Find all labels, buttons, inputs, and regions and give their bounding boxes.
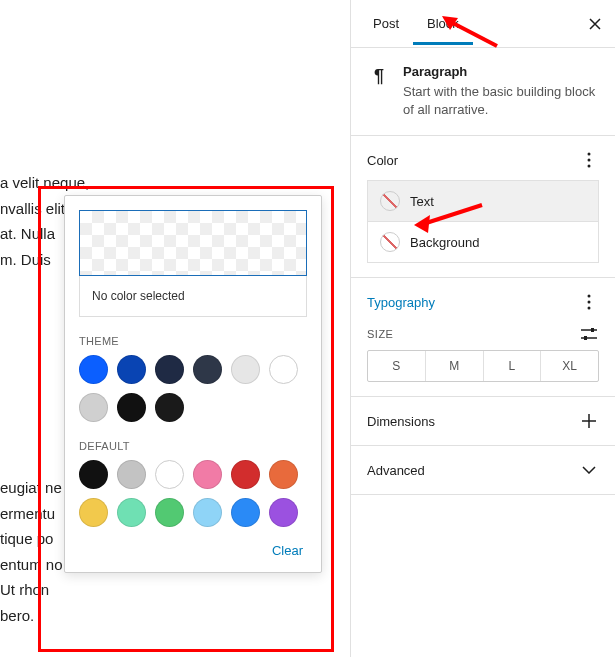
- size-l[interactable]: L: [483, 351, 541, 381]
- svg-point-4: [588, 301, 591, 304]
- svg-point-5: [588, 307, 591, 310]
- color-popover: No color selected THEME DEFAULT Clear: [64, 195, 322, 573]
- sidebar-tabs: Post Block: [351, 0, 615, 48]
- color-swatch[interactable]: [155, 393, 184, 422]
- size-m[interactable]: M: [425, 351, 483, 381]
- color-swatch[interactable]: [79, 393, 108, 422]
- svg-rect-7: [584, 336, 587, 340]
- clear-button[interactable]: Clear: [79, 543, 307, 558]
- default-swatches: [79, 460, 307, 527]
- color-item-background[interactable]: Background: [368, 222, 598, 262]
- color-preview-transparent[interactable]: [79, 210, 307, 276]
- theme-swatches: [79, 355, 307, 422]
- color-swatch[interactable]: [193, 498, 222, 527]
- paragraph-icon: ¶: [367, 64, 391, 88]
- color-swatch[interactable]: [231, 460, 260, 489]
- color-swatch[interactable]: [193, 355, 222, 384]
- close-icon[interactable]: [583, 12, 607, 36]
- color-item-text-label: Text: [410, 194, 434, 209]
- panel-typography-title[interactable]: Typography: [367, 295, 435, 310]
- color-item-background-label: Background: [410, 235, 479, 250]
- panel-color: Color Text Background: [351, 136, 615, 278]
- sliders-icon[interactable]: [579, 324, 599, 344]
- plus-icon[interactable]: [579, 411, 599, 431]
- size-options: S M L XL: [367, 350, 599, 382]
- panel-typography: Typography SIZE S M L XL: [351, 278, 615, 397]
- no-color-label: No color selected: [79, 276, 307, 317]
- size-s[interactable]: S: [368, 351, 425, 381]
- size-label: SIZE: [367, 328, 393, 340]
- block-card: ¶ Paragraph Start with the basic buildin…: [351, 48, 615, 136]
- svg-point-1: [588, 159, 591, 162]
- color-swatch[interactable]: [79, 460, 108, 489]
- panel-advanced[interactable]: Advanced: [351, 446, 615, 495]
- more-vertical-icon[interactable]: [579, 292, 599, 312]
- more-vertical-icon[interactable]: [579, 150, 599, 170]
- annotation-box: No color selected THEME DEFAULT Clear: [38, 186, 334, 652]
- svg-point-2: [588, 165, 591, 168]
- svg-point-0: [588, 153, 591, 156]
- color-swatch[interactable]: [231, 498, 260, 527]
- block-description: Start with the basic building block of a…: [403, 83, 599, 119]
- empty-swatch-icon: [380, 191, 400, 211]
- inspector-sidebar: Post Block ¶ Paragraph Start with the ba…: [350, 0, 615, 657]
- color-swatch[interactable]: [117, 498, 146, 527]
- color-swatch[interactable]: [155, 498, 184, 527]
- color-swatch[interactable]: [269, 460, 298, 489]
- default-group-label: DEFAULT: [79, 440, 307, 452]
- theme-group-label: THEME: [79, 335, 307, 347]
- empty-swatch-icon: [380, 232, 400, 252]
- panel-color-title[interactable]: Color: [367, 153, 398, 168]
- panel-dimensions-title: Dimensions: [367, 414, 435, 429]
- color-swatch[interactable]: [117, 355, 146, 384]
- color-swatch[interactable]: [155, 355, 184, 384]
- color-swatch[interactable]: [79, 355, 108, 384]
- tab-block[interactable]: Block: [413, 2, 473, 45]
- panel-dimensions[interactable]: Dimensions: [351, 397, 615, 446]
- color-swatch[interactable]: [79, 498, 108, 527]
- color-swatch[interactable]: [193, 460, 222, 489]
- svg-point-3: [588, 295, 591, 298]
- tab-post[interactable]: Post: [359, 2, 413, 45]
- color-swatch[interactable]: [231, 355, 260, 384]
- color-swatch[interactable]: [269, 498, 298, 527]
- color-swatch[interactable]: [117, 460, 146, 489]
- color-swatch[interactable]: [269, 355, 298, 384]
- size-xl[interactable]: XL: [540, 351, 598, 381]
- panel-advanced-title: Advanced: [367, 463, 425, 478]
- svg-rect-6: [591, 328, 594, 332]
- chevron-down-icon[interactable]: [579, 460, 599, 480]
- color-item-text[interactable]: Text: [368, 181, 598, 222]
- color-swatch[interactable]: [155, 460, 184, 489]
- color-swatch[interactable]: [117, 393, 146, 422]
- block-title: Paragraph: [403, 64, 599, 79]
